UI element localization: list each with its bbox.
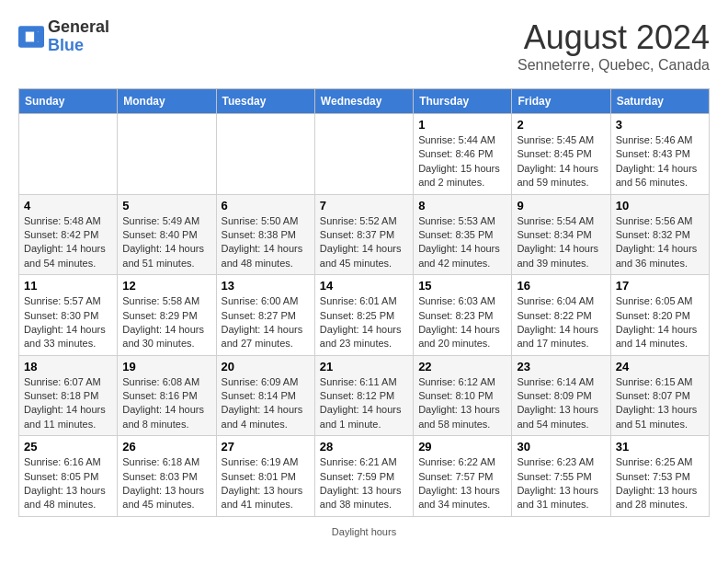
day-number: 7 xyxy=(320,199,408,213)
day-number: 28 xyxy=(320,440,408,454)
calendar-cell: 10Sunrise: 5:56 AMSunset: 8:32 PMDayligh… xyxy=(610,194,709,275)
day-info: Sunrise: 5:50 AMSunset: 8:38 PMDaylight:… xyxy=(222,214,310,271)
week-row-2: 4Sunrise: 5:48 AMSunset: 8:42 PMDaylight… xyxy=(19,194,710,275)
day-info: Sunrise: 6:08 AMSunset: 8:16 PMDaylight:… xyxy=(122,375,210,432)
week-row-3: 11Sunrise: 5:57 AMSunset: 8:30 PMDayligh… xyxy=(19,275,710,356)
calendar-cell: 11Sunrise: 5:57 AMSunset: 8:30 PMDayligh… xyxy=(19,275,118,356)
calendar-cell: 28Sunrise: 6:21 AMSunset: 7:59 PMDayligh… xyxy=(314,436,413,517)
day-number: 10 xyxy=(616,199,704,213)
day-number: 15 xyxy=(418,279,506,293)
day-info: Sunrise: 6:25 AMSunset: 7:53 PMDaylight:… xyxy=(616,455,704,512)
footer: Daylight hours xyxy=(18,526,710,537)
day-header-saturday: Saturday xyxy=(610,89,709,114)
day-number: 19 xyxy=(122,360,210,373)
logo-icon xyxy=(18,26,44,48)
day-number: 22 xyxy=(418,360,506,373)
day-number: 31 xyxy=(616,440,704,454)
week-row-5: 25Sunrise: 6:16 AMSunset: 8:05 PMDayligh… xyxy=(19,436,710,517)
day-info: Sunrise: 6:14 AMSunset: 8:09 PMDaylight:… xyxy=(517,375,605,432)
calendar-cell: 8Sunrise: 5:53 AMSunset: 8:35 PMDaylight… xyxy=(414,194,512,275)
day-info: Sunrise: 6:18 AMSunset: 8:03 PMDaylight:… xyxy=(122,455,210,512)
day-info: Sunrise: 5:53 AMSunset: 8:35 PMDaylight:… xyxy=(418,214,506,271)
calendar-cell: 17Sunrise: 6:05 AMSunset: 8:20 PMDayligh… xyxy=(610,275,709,356)
calendar-cell: 16Sunrise: 6:04 AMSunset: 8:22 PMDayligh… xyxy=(512,275,610,356)
calendar-cell: 9Sunrise: 5:54 AMSunset: 8:34 PMDaylight… xyxy=(512,194,610,275)
day-info: Sunrise: 5:58 AMSunset: 8:29 PMDaylight:… xyxy=(122,294,210,351)
calendar-cell: 20Sunrise: 6:09 AMSunset: 8:14 PMDayligh… xyxy=(216,355,314,436)
day-info: Sunrise: 6:23 AMSunset: 7:55 PMDaylight:… xyxy=(517,455,605,512)
day-info: Sunrise: 6:22 AMSunset: 7:57 PMDaylight:… xyxy=(418,455,506,512)
day-number: 25 xyxy=(24,440,112,454)
calendar-cell: 7Sunrise: 5:52 AMSunset: 8:37 PMDaylight… xyxy=(314,194,413,275)
day-number: 9 xyxy=(517,199,605,213)
logo-text: General Blue xyxy=(48,18,109,55)
day-number: 5 xyxy=(122,199,210,213)
day-number: 20 xyxy=(222,360,310,373)
day-number: 2 xyxy=(517,118,605,132)
calendar-table: SundayMondayTuesdayWednesdayThursdayFrid… xyxy=(18,88,710,517)
day-info: Sunrise: 5:49 AMSunset: 8:40 PMDaylight:… xyxy=(122,214,210,271)
day-number: 6 xyxy=(222,199,310,213)
day-header-monday: Monday xyxy=(118,89,216,114)
calendar-cell: 31Sunrise: 6:25 AMSunset: 7:53 PMDayligh… xyxy=(610,436,709,517)
day-number: 16 xyxy=(517,279,605,293)
calendar-cell: 23Sunrise: 6:14 AMSunset: 8:09 PMDayligh… xyxy=(512,355,610,436)
day-info: Sunrise: 6:16 AMSunset: 8:05 PMDaylight:… xyxy=(24,455,112,512)
logo: General Blue xyxy=(18,18,109,55)
calendar-cell: 26Sunrise: 6:18 AMSunset: 8:03 PMDayligh… xyxy=(118,436,216,517)
day-header-friday: Friday xyxy=(512,89,610,114)
footer-text: Daylight hours xyxy=(332,526,396,537)
day-number: 8 xyxy=(418,199,506,213)
header: General Blue August 2024 Senneterre, Que… xyxy=(18,18,710,74)
day-info: Sunrise: 5:54 AMSunset: 8:34 PMDaylight:… xyxy=(517,214,605,271)
day-number: 11 xyxy=(24,279,112,293)
calendar-cell: 5Sunrise: 5:49 AMSunset: 8:40 PMDaylight… xyxy=(118,194,216,275)
day-info: Sunrise: 6:03 AMSunset: 8:23 PMDaylight:… xyxy=(418,294,506,351)
day-number: 30 xyxy=(517,440,605,454)
day-number: 27 xyxy=(222,440,310,454)
day-number: 13 xyxy=(222,279,310,293)
calendar-cell: 19Sunrise: 6:08 AMSunset: 8:16 PMDayligh… xyxy=(118,355,216,436)
day-info: Sunrise: 6:19 AMSunset: 8:01 PMDaylight:… xyxy=(222,455,310,512)
day-number: 18 xyxy=(24,360,112,373)
day-header-tuesday: Tuesday xyxy=(216,89,314,114)
day-header-sunday: Sunday xyxy=(19,89,118,114)
day-info: Sunrise: 6:01 AMSunset: 8:25 PMDaylight:… xyxy=(320,294,408,351)
day-number: 3 xyxy=(616,118,704,132)
calendar-cell: 24Sunrise: 6:15 AMSunset: 8:07 PMDayligh… xyxy=(610,355,709,436)
day-number: 29 xyxy=(418,440,506,454)
calendar-cell: 15Sunrise: 6:03 AMSunset: 8:23 PMDayligh… xyxy=(414,275,512,356)
calendar-cell: 21Sunrise: 6:11 AMSunset: 8:12 PMDayligh… xyxy=(314,355,413,436)
calendar-cell: 29Sunrise: 6:22 AMSunset: 7:57 PMDayligh… xyxy=(414,436,512,517)
day-number: 1 xyxy=(418,118,506,132)
day-info: Sunrise: 5:45 AMSunset: 8:45 PMDaylight:… xyxy=(517,133,605,190)
calendar-cell: 3Sunrise: 5:46 AMSunset: 8:43 PMDaylight… xyxy=(610,114,709,195)
week-row-4: 18Sunrise: 6:07 AMSunset: 8:18 PMDayligh… xyxy=(19,355,710,436)
day-info: Sunrise: 6:04 AMSunset: 8:22 PMDaylight:… xyxy=(517,294,605,351)
calendar-cell: 6Sunrise: 5:50 AMSunset: 8:38 PMDaylight… xyxy=(216,194,314,275)
day-number: 12 xyxy=(122,279,210,293)
day-header-wednesday: Wednesday xyxy=(314,89,413,114)
calendar-cell: 22Sunrise: 6:12 AMSunset: 8:10 PMDayligh… xyxy=(414,355,512,436)
calendar-cell: 18Sunrise: 6:07 AMSunset: 8:18 PMDayligh… xyxy=(19,355,118,436)
day-info: Sunrise: 5:56 AMSunset: 8:32 PMDaylight:… xyxy=(616,214,704,271)
day-number: 14 xyxy=(320,279,408,293)
day-number: 26 xyxy=(122,440,210,454)
calendar-cell: 4Sunrise: 5:48 AMSunset: 8:42 PMDaylight… xyxy=(19,194,118,275)
calendar-cell xyxy=(216,114,314,195)
day-info: Sunrise: 5:46 AMSunset: 8:43 PMDaylight:… xyxy=(616,133,704,190)
calendar-cell: 30Sunrise: 6:23 AMSunset: 7:55 PMDayligh… xyxy=(512,436,610,517)
day-info: Sunrise: 5:52 AMSunset: 8:37 PMDaylight:… xyxy=(320,214,408,271)
day-header-thursday: Thursday xyxy=(414,89,512,114)
calendar-cell xyxy=(314,114,413,195)
calendar-cell xyxy=(118,114,216,195)
calendar-cell: 12Sunrise: 5:58 AMSunset: 8:29 PMDayligh… xyxy=(118,275,216,356)
day-number: 23 xyxy=(517,360,605,373)
day-number: 17 xyxy=(616,279,704,293)
day-info: Sunrise: 5:48 AMSunset: 8:42 PMDaylight:… xyxy=(24,214,112,271)
day-info: Sunrise: 6:00 AMSunset: 8:27 PMDaylight:… xyxy=(222,294,310,351)
day-info: Sunrise: 5:57 AMSunset: 8:30 PMDaylight:… xyxy=(24,294,112,351)
calendar-cell xyxy=(19,114,118,195)
day-info: Sunrise: 6:05 AMSunset: 8:20 PMDaylight:… xyxy=(616,294,704,351)
week-row-1: 1Sunrise: 5:44 AMSunset: 8:46 PMDaylight… xyxy=(19,114,710,195)
